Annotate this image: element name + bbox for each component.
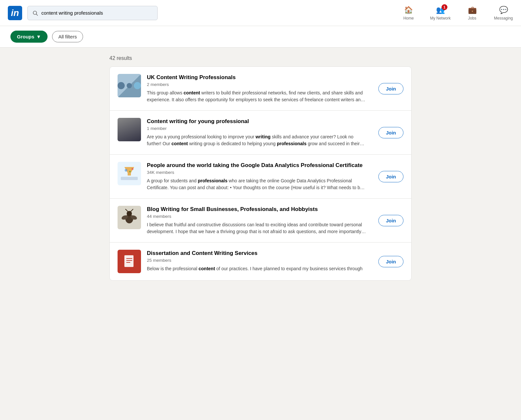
google-analytics-icon [120,164,139,183]
document-icon [121,253,137,270]
home-icon: 🏠 [404,7,413,14]
main-nav: 🏠 Home 👥 1 My Network 💼 Jobs 💬 Messaging [399,6,513,21]
top-nav-bar: in 🏠 Home 👥 1 My Network 💼 Jobs [0,0,521,26]
svg-line-12 [125,209,128,212]
group-info: Dissertation and Content Writing Service… [147,250,367,272]
group-title[interactable]: Blog Writing for Small Businesses, Profe… [147,206,367,213]
search-input[interactable] [41,10,153,16]
search-icon [32,10,38,16]
list-item: Blog Writing for Small Businesses, Profe… [110,199,411,243]
svg-point-7 [129,171,131,173]
group-members: 2 members [147,82,367,87]
linkedin-logo[interactable]: in [8,6,22,20]
chevron-down-icon: ▼ [36,34,41,39]
group-description: A group for students and professionals w… [147,177,367,191]
group-description: I believe that fruitful and constructive… [147,221,367,235]
results-list: UK Content Writing Professionals 2 membe… [109,66,412,281]
group-description: This group allows content writers to bui… [147,90,367,103]
group-description: Below is the professional content of our… [147,265,367,272]
nav-messaging-label: Messaging [494,16,513,21]
group-info: Content writing for young professional 1… [147,118,367,147]
list-item: People around the world taking the Googl… [110,155,411,199]
groups-filter-button[interactable]: Groups ▼ [10,31,48,43]
svg-point-6 [132,168,134,170]
group-members: 34K members [147,170,367,175]
filter-bar: Groups ▼ All filters [0,26,521,48]
network-badge: 1 [442,4,447,10]
join-button[interactable]: Join [378,171,403,182]
group-thumbnail [118,250,141,273]
nav-messaging[interactable]: 💬 Messaging [494,6,513,21]
messaging-icon: 💬 [499,7,508,14]
group-title[interactable]: Dissertation and Content Writing Service… [147,250,367,257]
nav-my-network-label: My Network [430,16,451,21]
group-info: People around the world taking the Googl… [147,162,367,191]
svg-rect-2 [121,177,138,180]
group-members: 25 members [147,258,367,263]
group-title[interactable]: UK Content Writing Professionals [147,74,367,81]
main-content: 42 results UK Content Writing Profession… [104,48,417,288]
group-members: 44 members [147,214,367,219]
svg-line-1 [36,14,37,15]
nav-jobs[interactable]: 💼 Jobs [462,6,482,21]
nav-jobs-label: Jobs [468,16,476,21]
svg-point-9 [127,211,132,216]
list-item: UK Content Writing Professionals 2 membe… [110,67,411,111]
jobs-icon: 💼 [468,7,477,14]
group-thumbnail [118,206,141,229]
results-count: 42 results [109,55,412,61]
join-button[interactable]: Join [378,83,403,94]
group-info: Blog Writing for Small Businesses, Profe… [147,206,367,235]
list-item: Dissertation and Content Writing Service… [110,243,411,280]
group-description: Are you a young professional looking to … [147,133,367,147]
svg-rect-14 [124,255,134,267]
nav-home[interactable]: 🏠 Home [399,6,418,21]
group-thumbnail [118,118,141,141]
svg-point-5 [125,169,127,172]
join-button[interactable]: Join [378,127,403,138]
group-title[interactable]: People around the world taking the Googl… [147,162,367,169]
join-button[interactable]: Join [378,256,403,267]
svg-rect-4 [128,173,131,175]
group-thumbnail [118,162,141,185]
nav-home-label: Home [403,16,414,21]
search-bar[interactable] [27,6,158,20]
blog-icon [120,208,139,227]
group-members: 1 member [147,126,367,131]
nav-my-network[interactable]: 👥 1 My Network [430,6,451,21]
list-item: Content writing for young professional 1… [110,111,411,155]
group-info: UK Content Writing Professionals 2 membe… [147,74,367,103]
group-thumbnail [118,74,141,97]
svg-line-13 [131,209,133,212]
group-title[interactable]: Content writing for young professional [147,118,367,125]
join-button[interactable]: Join [378,215,403,226]
all-filters-button[interactable]: All filters [52,31,83,42]
